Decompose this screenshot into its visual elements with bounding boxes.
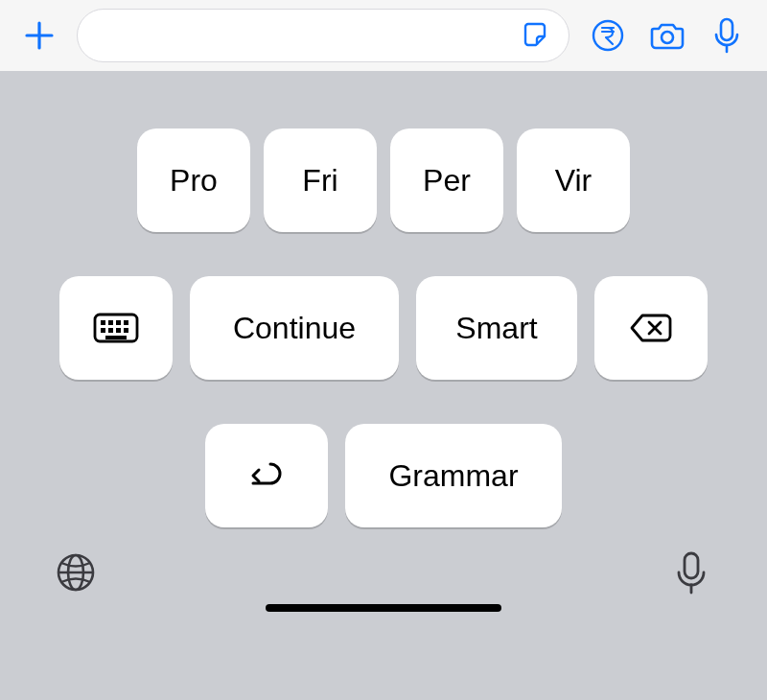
svg-point-3: [662, 32, 673, 43]
rupee-circle-icon: [591, 18, 625, 53]
key-label: Fri: [302, 163, 337, 198]
suggestion-key-pro[interactable]: Pro: [137, 128, 250, 232]
message-text-input[interactable]: [99, 22, 521, 49]
backspace-key[interactable]: [594, 276, 708, 380]
svg-rect-8: [108, 320, 113, 325]
message-input-bar: [0, 0, 767, 71]
key-row-3: Grammar: [205, 424, 562, 527]
key-label: Pro: [170, 163, 218, 198]
key-row-2: Continue Smart: [59, 276, 708, 380]
svg-rect-9: [116, 320, 121, 325]
custom-keyboard-area: Pro Fri Per Vir: [0, 71, 767, 700]
keyboard-bottom-row: [0, 547, 767, 604]
suggestion-key-fri[interactable]: Fri: [264, 128, 377, 232]
home-indicator-wrap: [0, 604, 767, 629]
add-attachment-button[interactable]: [19, 15, 59, 56]
home-indicator[interactable]: [266, 604, 501, 612]
camera-button[interactable]: [646, 14, 688, 57]
message-input-pill[interactable]: [77, 9, 569, 62]
sticker-button[interactable]: [521, 18, 555, 53]
svg-rect-15: [105, 336, 127, 339]
svg-rect-11: [101, 328, 105, 333]
svg-rect-7: [101, 320, 105, 325]
key-label: Per: [423, 163, 471, 198]
sticker-icon: [523, 20, 553, 51]
keyboard-icon: [92, 310, 140, 346]
microphone-icon: [673, 549, 709, 595]
payment-button[interactable]: [587, 14, 629, 57]
svg-rect-12: [108, 328, 113, 333]
grammar-key[interactable]: Grammar: [345, 424, 562, 527]
microphone-icon: [710, 16, 743, 55]
plus-icon: [23, 19, 56, 52]
key-row-1: Pro Fri Per Vir: [137, 128, 630, 232]
suggestion-key-per[interactable]: Per: [390, 128, 503, 232]
svg-rect-14: [124, 328, 128, 333]
camera-icon: [649, 17, 686, 54]
continue-key[interactable]: Continue: [190, 276, 399, 380]
suggestion-key-vir[interactable]: Vir: [517, 128, 630, 232]
key-label: Vir: [555, 163, 593, 198]
key-label: Continue: [233, 311, 356, 346]
svg-rect-4: [721, 19, 732, 40]
switch-keyboard-key[interactable]: [59, 276, 173, 380]
key-label: Smart: [455, 311, 537, 346]
dictation-button[interactable]: [665, 547, 717, 598]
globe-icon: [55, 551, 97, 594]
smart-key[interactable]: Smart: [416, 276, 577, 380]
voice-message-button[interactable]: [706, 14, 748, 57]
svg-rect-10: [124, 320, 128, 325]
svg-rect-21: [685, 553, 698, 578]
undo-key[interactable]: [205, 424, 328, 527]
key-label: Grammar: [388, 458, 518, 494]
svg-rect-13: [116, 328, 121, 333]
backspace-icon: [628, 311, 674, 345]
globe-button[interactable]: [50, 547, 102, 598]
undo-icon: [247, 456, 286, 495]
svg-point-2: [593, 21, 622, 50]
